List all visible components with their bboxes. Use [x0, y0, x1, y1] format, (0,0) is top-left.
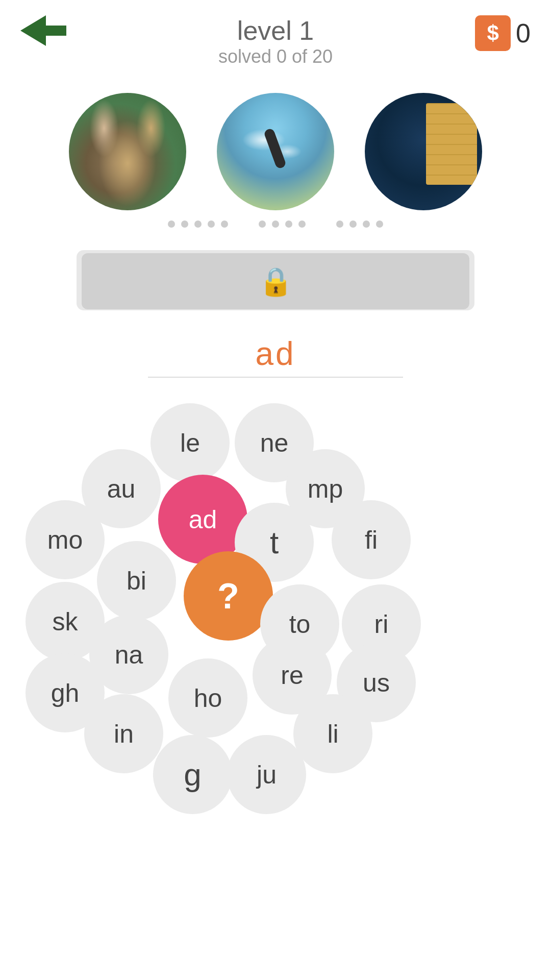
dot: [259, 220, 266, 228]
dot: [272, 220, 279, 228]
bubble-bi[interactable]: bi: [97, 541, 176, 620]
header: level 1 solved 0 of 20 $ 0: [0, 0, 551, 72]
bubble-fi[interactable]: fi: [332, 500, 411, 579]
bubble-question[interactable]: ?: [184, 551, 273, 641]
dot: [285, 220, 292, 228]
score-badge: $ 0: [475, 15, 531, 51]
score-number: 0: [516, 18, 531, 48]
dot: [194, 220, 202, 228]
lock-bar: 🔒: [82, 253, 469, 309]
dollar-icon: $: [475, 15, 511, 51]
back-button[interactable]: [20, 15, 66, 48]
images-row: [0, 72, 551, 215]
dot: [298, 220, 306, 228]
answer-text: ad: [255, 335, 295, 373]
bubble-mo[interactable]: mo: [26, 500, 105, 579]
dot: [221, 220, 228, 228]
bubble-ho[interactable]: ho: [168, 658, 247, 738]
level-info: level 1 solved 0 of 20: [218, 15, 333, 67]
bubbles-container: leneaumpadmotfibi?sktorinaghreushoinligj…: [0, 393, 551, 852]
lock-bar-container: 🔒: [0, 243, 551, 320]
svg-marker-0: [20, 15, 66, 46]
bubble-le[interactable]: le: [151, 403, 230, 482]
dot: [363, 220, 370, 228]
dot: [349, 220, 357, 228]
dot: [181, 220, 188, 228]
bubble-in[interactable]: in: [84, 694, 163, 773]
dots-row: [0, 215, 551, 243]
dot: [336, 220, 343, 228]
solved-progress: solved 0 of 20: [218, 46, 333, 67]
dot: [168, 220, 175, 228]
dot-group-1: [168, 220, 228, 228]
bubble-g[interactable]: g: [153, 735, 232, 814]
answer-underline: [148, 377, 403, 378]
image-jump[interactable]: [217, 93, 334, 210]
bubble-li[interactable]: li: [293, 694, 372, 773]
bubble-ju[interactable]: ju: [227, 735, 306, 814]
answer-section: ad: [0, 320, 551, 383]
image-jenga[interactable]: [365, 93, 482, 210]
dot: [208, 220, 215, 228]
dot: [376, 220, 383, 228]
image-kangaroo[interactable]: [69, 93, 186, 210]
level-title: level 1: [218, 15, 333, 46]
lock-icon: 🔒: [259, 265, 293, 298]
dot-group-3: [336, 220, 383, 228]
bubble-ad[interactable]: ad: [158, 475, 247, 564]
dot-group-2: [259, 220, 306, 228]
